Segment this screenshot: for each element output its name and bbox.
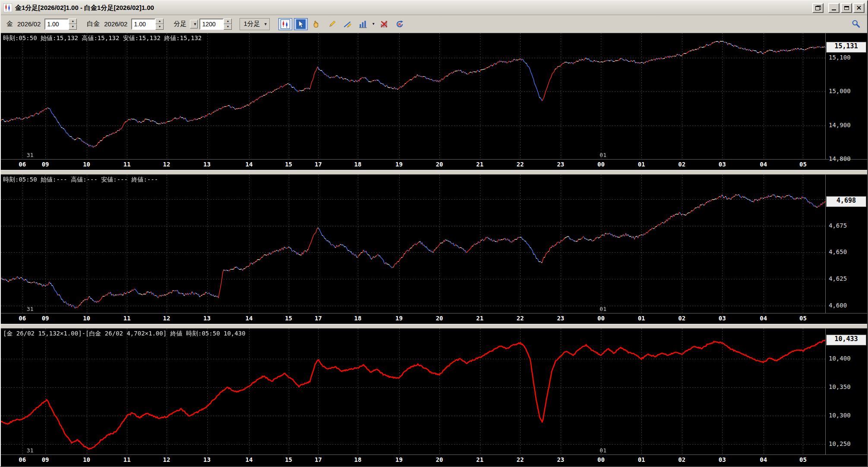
- gold-price-axis[interactable]: 15,131 15,10015,00014,90014,800: [825, 33, 867, 159]
- time-axis-label: 03: [719, 315, 726, 322]
- time-axis-label: 04: [760, 456, 767, 463]
- gold-multiplier-spinner: ▲ ▼: [44, 19, 77, 30]
- spread-chart-panel: [金 26/02 15,132×1.00]-[白金 26/02 4,702×1.…: [1, 329, 867, 466]
- bar-chart-red-x-icon: [379, 19, 389, 29]
- time-axis-label: 11: [123, 315, 131, 322]
- platinum-chart-panel: 時刻:05:50 始値:--- 高値:--- 安値:--- 終値:--- 4,6…: [1, 175, 867, 324]
- spread-chart-plot[interactable]: [金 26/02 15,132×1.00]-[白金 26/02 4,702×1.…: [1, 329, 825, 454]
- hand-icon: [312, 19, 321, 29]
- time-axis-label: 21: [476, 456, 483, 463]
- refresh-tool-button[interactable]: R: [393, 18, 407, 30]
- time-axis-label: 01: [638, 456, 645, 463]
- time-axis-label: 01: [638, 315, 645, 322]
- bars-dropdown-arrow[interactable]: ▼: [190, 20, 198, 28]
- platinum-multiplier-input[interactable]: [131, 19, 155, 30]
- bars-count-input[interactable]: [199, 19, 224, 30]
- time-axis-label: 06: [19, 315, 26, 322]
- gold-multiplier-input[interactable]: [44, 19, 69, 30]
- maximize-icon: [844, 6, 849, 10]
- time-axis-label: 18: [354, 456, 362, 463]
- panel-divider[interactable]: [1, 170, 867, 175]
- time-axis-label: 21: [476, 161, 483, 168]
- bars-count-up-button[interactable]: ▲: [224, 19, 232, 24]
- time-axis-label: 20: [436, 456, 443, 463]
- panel-divider[interactable]: [1, 324, 867, 329]
- platinum-chart-plot[interactable]: 時刻:05:50 始値:--- 高値:--- 安値:--- 終値:---: [1, 175, 825, 313]
- window-title: 金1分足[2026/02]1.00 - 白金1分足[2026/02]1.00: [15, 4, 154, 12]
- time-axis-label: 18: [354, 315, 362, 322]
- toolbar: 金 2026/02 ▲ ▼ 白金 2026/02 ▲ ▼ 分足: [1, 15, 867, 33]
- time-axis-label: 02: [678, 456, 685, 463]
- time-axis-label: 11: [123, 161, 131, 168]
- timeframe-value: 1分足: [243, 20, 260, 28]
- charts-area: 時刻:05:50 始値:15,132 高値:15,132 安値:15,132 終…: [1, 33, 867, 466]
- indicator-delete-tool-button[interactable]: [377, 18, 391, 30]
- time-axis-label: 13: [203, 161, 211, 168]
- platinum-price-axis[interactable]: 4,698 4,7004,6754,6504,6254,600: [825, 175, 867, 313]
- price-axis-label: 10,400: [829, 355, 851, 362]
- time-axis-label: 12: [163, 161, 170, 168]
- time-axis-label: 22: [517, 315, 524, 322]
- gold-multiplier-up-button[interactable]: ▲: [69, 19, 77, 24]
- gold-multiplier-down-button[interactable]: ▼: [69, 24, 77, 30]
- close-button[interactable]: ×: [853, 3, 865, 13]
- maximize-button[interactable]: [841, 3, 852, 13]
- gold-chart-info: 時刻:05:50 始値:15,132 高値:15,132 安値:15,132 終…: [3, 34, 202, 42]
- platinum-time-axis[interactable]: 0609101112131415171819202122230001020304…: [1, 313, 867, 324]
- bar-chart-icon: [358, 19, 368, 29]
- bars-count-down-button[interactable]: ▼: [224, 24, 232, 30]
- price-axis-label: 4,675: [829, 222, 847, 229]
- trendline-tool-button[interactable]: [341, 18, 354, 30]
- time-axis-label: 01: [638, 161, 645, 168]
- time-axis-label: 18: [354, 161, 362, 168]
- time-axis-label: 13: [203, 315, 211, 322]
- time-axis-label: 03: [719, 456, 726, 463]
- time-axis-label: 17: [315, 456, 322, 463]
- spread-time-axis[interactable]: 0609101112131415171819202122230001020304…: [1, 454, 867, 466]
- time-axis-label: 14: [245, 456, 253, 463]
- time-axis-label: 10: [83, 315, 90, 322]
- spread-chart-canvas: [1, 329, 825, 454]
- platinum-last-price-badge: 4,698: [826, 196, 866, 207]
- minimize-button[interactable]: [828, 3, 840, 13]
- time-axis-label: 15: [285, 315, 292, 322]
- platinum-multiplier-down-button[interactable]: ▼: [155, 24, 164, 30]
- platinum-symbol-label: 白金: [87, 20, 100, 28]
- gold-chart-plot[interactable]: 時刻:05:50 始値:15,132 高値:15,132 安値:15,132 終…: [1, 33, 825, 159]
- magnifier-icon: [851, 19, 861, 28]
- spread-last-price-badge: 10,433: [826, 335, 866, 345]
- gold-chart-panel: 時刻:05:50 始値:15,132 高値:15,132 安値:15,132 終…: [1, 33, 867, 170]
- time-axis-label: 19: [395, 456, 403, 463]
- time-axis-label: 05: [799, 161, 807, 168]
- chevron-down-icon: ▼: [264, 22, 268, 26]
- time-axis-label: 22: [517, 456, 524, 463]
- time-axis-label: 05: [799, 315, 807, 322]
- indicator-dropdown-arrow[interactable]: ▼: [371, 18, 376, 30]
- title-bar: 金1分足[2026/02]1.00 - 白金1分足[2026/02]1.00 ×: [1, 1, 867, 15]
- platinum-multiplier-up-button[interactable]: ▲: [155, 19, 164, 24]
- pan-tool-button[interactable]: [309, 18, 323, 30]
- gold-time-axis[interactable]: 0609101112131415171819202122230001020304…: [1, 159, 867, 170]
- time-axis-label: 12: [163, 456, 170, 463]
- time-axis-label: 23: [557, 456, 564, 463]
- time-axis-label: 20: [436, 161, 443, 168]
- svg-text:R: R: [398, 22, 401, 26]
- cursor-tool-button[interactable]: [294, 18, 308, 30]
- time-axis-label: 04: [760, 161, 767, 168]
- pencil-tool-button[interactable]: [325, 18, 339, 30]
- price-axis-label: 4,625: [829, 275, 847, 282]
- close-icon: ×: [856, 5, 862, 11]
- restore-window-button[interactable]: [812, 3, 824, 13]
- spread-price-axis[interactable]: 10,433 10,40010,35010,30010,250: [825, 329, 867, 454]
- spread-chart-info: [金 26/02 15,132×1.00]-[白金 26/02 4,702×1.…: [3, 330, 246, 338]
- platinum-multiplier-spinner: ▲ ▼: [131, 19, 164, 30]
- time-axis-label: 06: [19, 161, 26, 168]
- indicator-tool-button[interactable]: [356, 18, 370, 30]
- price-axis-label: 10,300: [829, 412, 851, 419]
- chart-type-tool-button[interactable]: [278, 18, 292, 30]
- time-axis-label: 06: [19, 456, 26, 463]
- zoom-settings-button[interactable]: [849, 18, 863, 30]
- gold-contract-label: 2026/02: [17, 20, 41, 28]
- time-axis-label: 09: [42, 456, 49, 463]
- timeframe-select[interactable]: 1分足 ▼: [240, 18, 269, 30]
